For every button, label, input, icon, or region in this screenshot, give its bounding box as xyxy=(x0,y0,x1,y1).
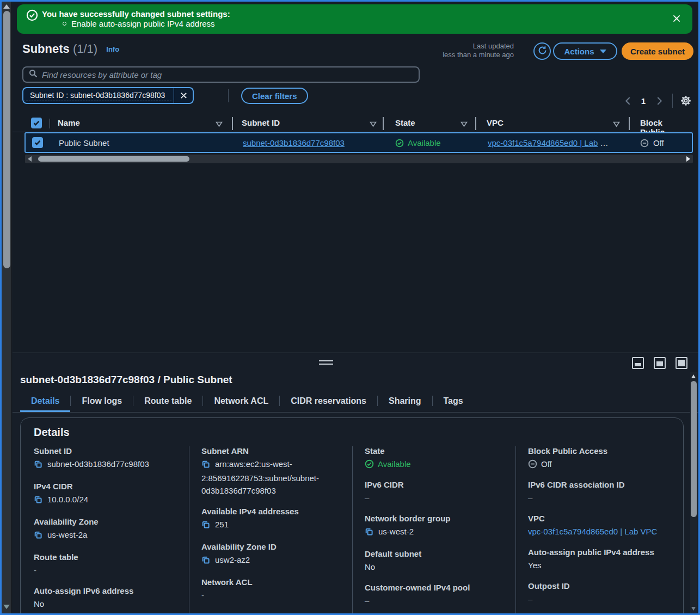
field-label: Subnet ARN xyxy=(201,446,343,456)
panel-vertical-scrollbar[interactable] xyxy=(690,372,697,613)
scrollbar-thumb[interactable] xyxy=(3,11,10,268)
copy-icon[interactable] xyxy=(34,495,42,507)
copy-icon[interactable] xyxy=(201,459,210,472)
sort-filter-icon[interactable] xyxy=(613,120,620,130)
details-column-1: Subnet IDsubnet-0d3b1836d77c98f03IPv4 CI… xyxy=(34,446,189,613)
field-label: Route table xyxy=(34,552,180,562)
create-subnet-button[interactable]: Create subnet xyxy=(622,42,693,60)
select-all-checkbox[interactable] xyxy=(31,118,42,128)
tab-cidr-reservations[interactable]: CIDR reservations xyxy=(280,391,377,413)
scrollbar-thumb[interactable] xyxy=(691,381,697,517)
details-grid: Subnet IDsubnet-0d3b1836d77c98f03IPv4 CI… xyxy=(34,446,670,613)
scroll-left-arrow-icon[interactable] xyxy=(28,156,32,162)
bullet-icon xyxy=(63,22,66,26)
copy-icon[interactable] xyxy=(34,530,42,543)
detail-field: Availability Zone IDusw2-az2 xyxy=(201,542,343,568)
column-divider[interactable] xyxy=(475,117,476,130)
field-value: No xyxy=(365,561,507,573)
preferences-gear-button[interactable] xyxy=(678,93,693,108)
tab-route-table[interactable]: Route table xyxy=(133,391,202,413)
column-header-vpc[interactable]: VPC xyxy=(487,118,503,127)
banner-detail: Enable auto-assign public IPv4 address xyxy=(71,19,215,28)
field-value: subnet-0d3b1836d77c98f03 xyxy=(34,458,180,472)
scroll-up-arrow-icon[interactable] xyxy=(3,4,10,9)
tab-flow-logs[interactable]: Flow logs xyxy=(71,391,133,413)
table-header: Name Subnet ID State VPC Block Public.. xyxy=(13,115,693,132)
scroll-down-arrow-icon[interactable] xyxy=(3,605,10,609)
tab-tags[interactable]: Tags xyxy=(433,391,474,413)
pagination: 1 xyxy=(620,93,693,108)
field-label: Default subnet xyxy=(365,549,507,558)
info-link[interactable]: Info xyxy=(106,45,119,53)
table-horizontal-scrollbar[interactable] xyxy=(25,155,693,163)
filter-chip[interactable]: Subnet ID : subnet-0d3b1836d77c98f03 xyxy=(22,87,194,104)
page-number[interactable]: 1 xyxy=(635,96,652,106)
field-label: Network border group xyxy=(365,514,507,523)
detail-field: IPv6 CIDR– xyxy=(365,480,507,504)
details-column-4: Block Public AccessOffIPv6 CIDR associat… xyxy=(515,446,670,613)
vpc-link[interactable]: vpc-03f1c5a794d865ed0 | Lab VPC xyxy=(528,527,657,536)
column-divider[interactable] xyxy=(629,117,630,130)
field-value: usw2-az2 xyxy=(201,554,341,568)
refresh-button[interactable] xyxy=(533,42,551,60)
previous-page-button[interactable] xyxy=(620,93,635,108)
tab-details[interactable]: Details xyxy=(20,391,70,413)
clear-filters-button[interactable]: Clear filters xyxy=(241,88,308,104)
tab-network-acl[interactable]: Network ACL xyxy=(203,391,279,413)
field-value: – xyxy=(528,491,661,504)
scrollbar-thumb[interactable] xyxy=(38,156,189,162)
search-input[interactable] xyxy=(42,70,413,79)
scroll-down-arrow-icon[interactable] xyxy=(691,607,696,611)
success-check-icon xyxy=(26,9,38,23)
split-panel-drag-handle[interactable] xyxy=(319,360,333,367)
chevron-down-icon xyxy=(600,50,606,53)
copy-icon[interactable] xyxy=(365,527,373,539)
column-header-subnet-id[interactable]: Subnet ID xyxy=(242,118,280,127)
column-header-state[interactable]: State xyxy=(395,118,415,127)
field-label: Auto-assign public IPv4 address xyxy=(528,548,661,557)
detail-field: Default subnetNo xyxy=(365,549,507,573)
scroll-right-arrow-icon[interactable] xyxy=(686,156,690,162)
row-checkbox[interactable] xyxy=(32,137,43,148)
copy-icon[interactable] xyxy=(34,459,42,472)
split-panel-fullscreen-icon[interactable] xyxy=(676,357,687,369)
search-icon xyxy=(29,69,38,80)
scroll-up-arrow-icon[interactable] xyxy=(691,374,696,378)
search-box[interactable] xyxy=(22,66,420,83)
details-card: Details Subnet IDsubnet-0d3b1836d77c98f0… xyxy=(20,417,684,613)
sort-filter-icon[interactable] xyxy=(216,120,223,130)
column-divider[interactable] xyxy=(232,117,233,130)
detail-field: Block Public AccessOff xyxy=(528,446,661,470)
copy-icon[interactable] xyxy=(201,555,210,568)
field-value: 10.0.0.0/24 xyxy=(34,493,180,507)
table-row[interactable]: Public Subnet subnet-0d3b1836d77c98f03 A… xyxy=(24,132,693,153)
detail-field: VPCvpc-03f1c5a794d865ed0 | Lab VPC xyxy=(528,514,661,538)
column-divider[interactable] xyxy=(383,117,384,130)
split-panel-side-icon[interactable] xyxy=(654,357,666,369)
detail-field: Auto-assign public IPv4 addressYes xyxy=(528,548,661,571)
field-value: - xyxy=(201,589,341,601)
cell-subnet-id-link[interactable]: subnet-0d3b1836d77c98f03 xyxy=(243,138,345,147)
page-title: Subnets (1/1) xyxy=(22,42,101,56)
cell-vpc-link[interactable]: vpc-03f1c5a794d865ed0 | Lab … xyxy=(488,138,609,147)
page-vertical-scrollbar[interactable] xyxy=(2,2,12,613)
column-header-name[interactable]: Name xyxy=(58,118,80,127)
actions-button[interactable]: Actions xyxy=(553,42,617,60)
sort-filter-icon[interactable] xyxy=(460,120,468,130)
panel-title: subnet-0d3b1836d77c98f03 / Public Subnet xyxy=(20,374,232,386)
tab-sharing[interactable]: Sharing xyxy=(378,391,432,413)
banner-close-button[interactable] xyxy=(670,11,684,26)
field-value: Off xyxy=(528,458,661,470)
split-panel-bottom-icon[interactable] xyxy=(632,357,644,369)
field-label: IPv4 CIDR xyxy=(34,482,180,491)
detail-field: IPv4 CIDR10.0.0.0/24 xyxy=(34,482,180,507)
next-page-button[interactable] xyxy=(652,93,667,108)
cell-block-public: Off xyxy=(640,138,664,147)
field-label: IPv6 CIDR xyxy=(365,480,507,489)
copy-icon[interactable] xyxy=(201,520,210,532)
sort-filter-icon[interactable] xyxy=(370,120,377,130)
detail-field: StateAvailable xyxy=(365,446,507,470)
filter-chip-remove-button[interactable] xyxy=(174,88,193,103)
field-value: Available xyxy=(365,458,507,470)
detail-field: Auto-assign IPv6 addressNo xyxy=(34,586,180,610)
